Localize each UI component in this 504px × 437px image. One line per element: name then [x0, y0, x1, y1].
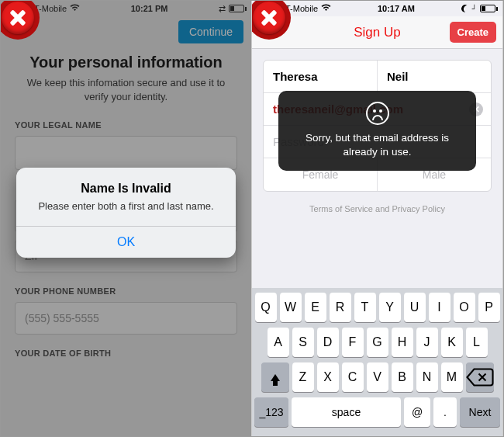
key-w[interactable]: W — [280, 293, 302, 322]
key-b[interactable]: B — [392, 362, 413, 392]
toast-message: Sorry, but that email address is already… — [291, 131, 464, 158]
comparison-frame: T-Mobile 10:21 PM ⇄ ‹ Continue Your pers… — [0, 0, 504, 437]
alert-ok-button[interactable]: OK — [16, 226, 236, 258]
key-s[interactable]: S — [292, 328, 314, 357]
key-c[interactable]: C — [342, 362, 364, 392]
key-x[interactable]: X — [317, 362, 339, 392]
wifi-icon — [321, 4, 331, 13]
battery-icon — [480, 5, 498, 12]
key-k[interactable]: K — [441, 328, 463, 357]
key-row-4: _123 space @ . Next — [254, 397, 500, 427]
period-key[interactable]: . — [433, 397, 457, 427]
key-p[interactable]: P — [478, 293, 500, 322]
key-h[interactable]: H — [392, 328, 413, 357]
key-row-1: QWERTYUIOP — [254, 293, 500, 322]
key-r[interactable]: R — [330, 293, 351, 322]
backspace-key[interactable] — [466, 362, 494, 392]
key-row-3: ZXCVBNM — [254, 362, 500, 392]
at-key[interactable]: @ — [404, 397, 430, 427]
sad-face-icon — [366, 102, 389, 125]
anti-pattern-badge — [252, 1, 291, 40]
alert-message: Please enter both a first and last name. — [30, 200, 222, 213]
key-z[interactable]: Z — [292, 362, 314, 392]
shift-key[interactable] — [261, 362, 289, 392]
keyboard: QWERTYUIOP ASDFGHJKL ZXCVBNM _123 space … — [252, 288, 502, 436]
alert-dialog: Name Is Invalid Please enter both a firs… — [16, 168, 236, 258]
key-f[interactable]: F — [342, 328, 364, 357]
key-n[interactable]: N — [416, 362, 438, 392]
key-j[interactable]: J — [416, 328, 438, 357]
phone-right: T-Mobile 10:17 AM ┘ ✕ Sign Up Create The… — [252, 1, 503, 436]
numbers-key[interactable]: _123 — [254, 397, 288, 427]
key-l[interactable]: L — [466, 328, 488, 357]
clock-label: 10:17 AM — [378, 4, 415, 13]
key-u[interactable]: U — [404, 293, 426, 322]
key-a[interactable]: A — [268, 328, 289, 357]
alert-title: Name Is Invalid — [30, 182, 222, 196]
key-i[interactable]: I — [429, 293, 450, 322]
key-q[interactable]: Q — [255, 293, 277, 322]
key-e[interactable]: E — [305, 293, 326, 322]
nav-title: Sign Up — [354, 25, 400, 40]
space-key[interactable]: space — [292, 397, 401, 427]
error-toast: Sorry, but that email address is already… — [278, 91, 476, 171]
terms-link[interactable]: Terms of Service and Privacy Policy — [263, 192, 492, 226]
key-d[interactable]: D — [317, 328, 339, 357]
key-o[interactable]: O — [454, 293, 475, 322]
key-v[interactable]: V — [367, 362, 388, 392]
dnd-icon — [461, 5, 469, 12]
phone-left: T-Mobile 10:21 PM ⇄ ‹ Continue Your pers… — [1, 1, 252, 436]
key-m[interactable]: M — [441, 362, 463, 392]
anti-pattern-badge — [1, 1, 40, 40]
key-row-2: ASDFGHJKL — [254, 328, 500, 357]
key-t[interactable]: T — [354, 293, 376, 322]
create-button[interactable]: Create — [450, 22, 496, 43]
form-content: Theresa Neil theresaneil@gmail.com ✕ Pas… — [252, 49, 502, 226]
next-key[interactable]: Next — [460, 397, 500, 427]
first-name-input[interactable]: Theresa — [264, 61, 377, 92]
key-g[interactable]: G — [367, 328, 388, 357]
last-name-input[interactable]: Neil — [377, 61, 491, 92]
key-y[interactable]: Y — [379, 293, 401, 322]
